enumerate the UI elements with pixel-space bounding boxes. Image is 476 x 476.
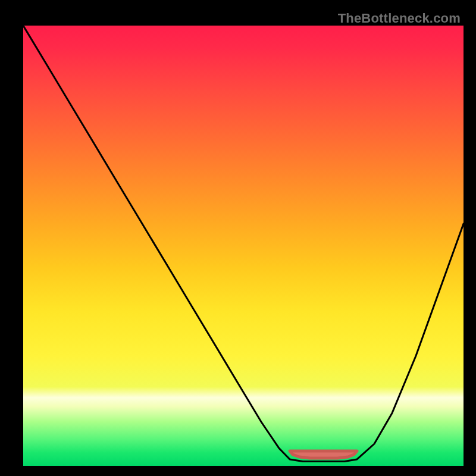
optimal-range-marker xyxy=(290,451,357,458)
bottleneck-chart xyxy=(23,26,464,466)
chart-frame: TheBottleneck.com xyxy=(6,6,470,470)
watermark-text: TheBottleneck.com xyxy=(338,11,461,26)
plot-area xyxy=(23,26,464,466)
